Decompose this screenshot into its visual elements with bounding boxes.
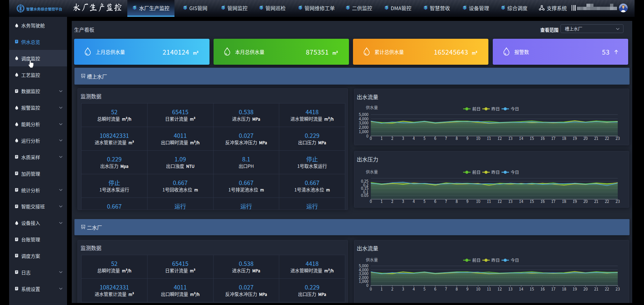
svg-text:14: 14: [519, 135, 523, 141]
svg-text:供水量: 供水量: [366, 169, 378, 175]
svg-text:12: 12: [497, 286, 502, 292]
svg-text:18: 18: [562, 286, 566, 292]
svg-text:15: 15: [530, 286, 534, 292]
svg-text:0: 0: [370, 286, 372, 292]
svg-text:9: 9: [466, 286, 469, 292]
svg-text:21: 21: [594, 286, 599, 292]
svg-text:10: 10: [476, 135, 480, 141]
svg-text:3: 3: [402, 135, 404, 141]
svg-text:0: 0: [370, 135, 372, 141]
svg-text:11: 11: [487, 286, 491, 292]
svg-text:21: 21: [594, 199, 599, 204]
svg-text:2: 2: [391, 135, 393, 141]
svg-text:3: 3: [402, 199, 404, 204]
svg-text:14: 14: [519, 286, 523, 292]
svg-text:23: 23: [616, 199, 620, 204]
svg-text:16: 16: [541, 135, 545, 141]
svg-text:18: 18: [562, 135, 566, 141]
svg-text:0: 0: [370, 199, 372, 204]
svg-text:14: 14: [519, 199, 523, 204]
svg-text:20: 20: [583, 135, 588, 141]
svg-text:9: 9: [466, 135, 469, 141]
svg-text:13: 13: [508, 286, 513, 292]
svg-text:12: 12: [497, 199, 502, 204]
svg-text:供水量: 供水量: [366, 104, 378, 110]
svg-text:前日: 前日: [472, 257, 481, 263]
svg-text:6: 6: [434, 286, 436, 292]
svg-text:23: 23: [616, 286, 620, 292]
svg-text:22: 22: [605, 286, 609, 292]
svg-text:11: 11: [487, 135, 491, 141]
svg-text:前日: 前日: [472, 105, 481, 112]
svg-text:前日: 前日: [472, 169, 481, 175]
svg-text:0.05: 0.05: [361, 192, 368, 198]
svg-text:4: 4: [413, 135, 415, 141]
svg-text:1: 1: [381, 199, 383, 204]
svg-text:2: 2: [391, 199, 393, 204]
svg-text:1: 1: [381, 135, 383, 141]
svg-text:5: 5: [423, 135, 425, 141]
svg-text:1: 1: [381, 286, 383, 292]
svg-text:21: 21: [594, 135, 599, 141]
svg-text:今日: 今日: [511, 257, 519, 263]
svg-text:10: 10: [476, 286, 480, 292]
svg-text:8: 8: [456, 135, 458, 141]
svg-text:15: 15: [530, 199, 534, 204]
svg-text:17: 17: [551, 286, 555, 292]
svg-text:16: 16: [541, 199, 545, 204]
svg-text:13: 13: [508, 135, 513, 141]
svg-text:18: 18: [562, 199, 566, 204]
svg-text:11: 11: [487, 199, 491, 204]
svg-text:5: 5: [423, 199, 425, 204]
svg-text:20: 20: [583, 286, 588, 292]
svg-text:13: 13: [508, 199, 513, 204]
svg-text:6: 6: [434, 135, 436, 141]
svg-text:22: 22: [605, 135, 609, 141]
svg-text:8: 8: [456, 286, 458, 292]
svg-text:19: 19: [573, 135, 577, 141]
svg-text:昨日: 昨日: [491, 169, 500, 175]
svg-text:昨日: 昨日: [491, 105, 500, 112]
svg-text:4: 4: [413, 199, 415, 204]
svg-text:0: 0: [366, 282, 368, 288]
svg-text:2: 2: [391, 286, 393, 292]
svg-text:19: 19: [573, 199, 577, 204]
svg-text:7: 7: [445, 135, 447, 141]
svg-text:5: 5: [423, 286, 425, 292]
svg-text:17: 17: [551, 135, 555, 141]
svg-text:15: 15: [530, 135, 534, 141]
svg-text:今日: 今日: [511, 169, 519, 175]
svg-text:9: 9: [466, 199, 469, 204]
svg-text:4: 4: [413, 286, 415, 292]
svg-text:7: 7: [445, 286, 447, 292]
svg-text:20: 20: [583, 199, 588, 204]
svg-text:23: 23: [616, 135, 620, 141]
svg-text:3: 3: [402, 286, 404, 292]
svg-text:供水量: 供水量: [366, 257, 378, 263]
svg-text:10: 10: [476, 199, 480, 204]
svg-text:0: 0: [366, 133, 368, 139]
svg-text:19: 19: [573, 286, 577, 292]
svg-text:22: 22: [605, 199, 609, 204]
svg-text:昨日: 昨日: [491, 257, 500, 263]
svg-text:今日: 今日: [511, 105, 519, 112]
svg-text:16: 16: [541, 286, 545, 292]
svg-text:8: 8: [456, 199, 458, 204]
svg-text:17: 17: [551, 199, 555, 204]
svg-text:12: 12: [497, 135, 502, 141]
svg-text:6: 6: [434, 199, 436, 204]
svg-text:7: 7: [445, 199, 447, 204]
